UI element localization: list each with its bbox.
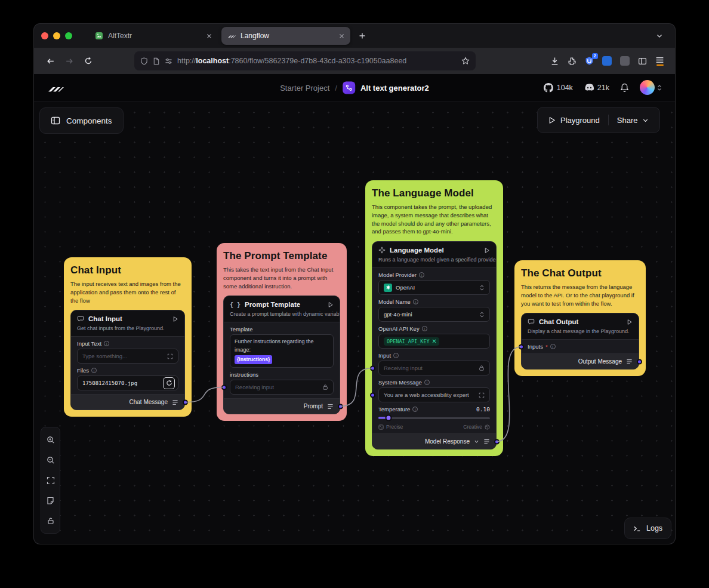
temperature-slider[interactable] [378, 414, 490, 421]
add-note-button[interactable] [42, 491, 58, 510]
model-name-value: gpt-4o-mini [384, 311, 476, 318]
output-message-handle[interactable] [637, 359, 642, 364]
output-type-icon[interactable] [327, 404, 334, 410]
template-textarea[interactable]: Further instructions regarding the image… [230, 334, 334, 368]
close-window-button[interactable] [41, 32, 48, 39]
node-chat-input[interactable]: Chat Input The input receives text and i… [64, 257, 192, 417]
node-language-model[interactable]: The Language Model This component takes … [365, 180, 503, 456]
breadcrumb-project-link[interactable]: Starter Project [280, 83, 329, 92]
window-controls[interactable] [41, 32, 72, 39]
run-component-button[interactable] [328, 301, 334, 308]
model-provider-select[interactable]: OpenAI [378, 280, 490, 295]
close-tab-icon[interactable] [206, 33, 212, 39]
prompt-output-handle[interactable] [338, 404, 343, 409]
instructions-input-handle[interactable] [221, 384, 227, 390]
github-stars[interactable]: 104k [544, 83, 573, 93]
discord-members[interactable]: 21k [584, 84, 609, 92]
browser-toolbar: http://localhost:7860/flow/5862379e-d7b8… [34, 48, 675, 74]
tab-langflow[interactable]: Langflow [221, 27, 350, 45]
card-subtitle: Create a prompt template with dynamic va… [224, 311, 340, 322]
input-text-field[interactable] [77, 349, 178, 364]
run-component-button[interactable] [484, 247, 490, 254]
instructions-field[interactable]: Receiving input [230, 380, 334, 395]
flow-name[interactable]: Alt text generator2 [360, 83, 429, 92]
tab-alttextr[interactable]: AltTextr [89, 27, 218, 45]
extension-gray-icon[interactable] [620, 56, 630, 66]
chevron-down-icon[interactable] [474, 439, 479, 444]
api-key-field[interactable]: OPENAI_API_KEY [378, 334, 490, 349]
inputs-handle[interactable] [519, 344, 524, 349]
output-type-icon[interactable] [483, 439, 490, 445]
api-key-chip[interactable]: OPENAI_API_KEY [384, 337, 439, 346]
input-handle[interactable] [370, 365, 375, 371]
page-info-icon[interactable] [153, 57, 160, 65]
reload-button[interactable] [79, 52, 97, 70]
field-label: OpenAI API Key [378, 325, 420, 332]
share-button[interactable]: Share [609, 107, 658, 133]
sidebar-toggle-icon[interactable] [638, 57, 647, 66]
prompt-template-card: { } Prompt Template Create a prompt temp… [223, 295, 340, 414]
info-icon [424, 380, 430, 385]
permissions-icon[interactable] [165, 57, 172, 65]
node-chat-output[interactable]: The Chat Output This returns the message… [514, 260, 646, 376]
bookmark-star-icon[interactable] [461, 57, 470, 65]
files-field[interactable]: 1750812415070.jpg [77, 375, 178, 390]
output-type-icon[interactable] [626, 359, 633, 365]
input-field[interactable]: Receiving input [378, 361, 490, 375]
git-branch-icon [345, 84, 353, 91]
minimize-window-button[interactable] [53, 32, 60, 39]
input-label-row: Input [378, 352, 490, 359]
notifications-bell-icon[interactable] [620, 83, 629, 93]
system-message-field[interactable]: You are a web accessibility expert [378, 387, 490, 402]
slider-track[interactable] [378, 417, 490, 419]
template-variable-chip[interactable]: {instructions} [235, 355, 272, 364]
new-tab-button[interactable] [354, 27, 371, 44]
flow-canvas[interactable]: Components Playground Share Chat Input T… [34, 101, 675, 544]
card-header-block: Chat Output Display a chat message in th… [522, 313, 639, 340]
card-title: Chat Input [88, 315, 122, 322]
node-prompt-template[interactable]: The Prompt Template This takes the text … [217, 243, 347, 421]
zoom-window-button[interactable] [65, 32, 72, 39]
field-label: Files [77, 367, 89, 374]
model-response-output-handle[interactable] [494, 439, 500, 444]
zoom-in-button[interactable] [42, 430, 58, 449]
model-name-select[interactable]: gpt-4o-mini [378, 307, 490, 322]
components-button[interactable]: Components [39, 107, 124, 134]
file-select-button[interactable] [163, 377, 175, 389]
lock-canvas-button[interactable] [42, 512, 58, 530]
close-tab-icon[interactable] [339, 33, 344, 39]
language-model-card: Language Model Runs a language model giv… [372, 241, 497, 450]
run-component-button[interactable] [627, 319, 633, 325]
forward-button[interactable] [60, 52, 78, 70]
expand-icon[interactable] [167, 353, 173, 359]
system-message-handle[interactable] [370, 392, 375, 398]
langflow-logo-icon[interactable] [47, 82, 64, 94]
browser-extensions-area: 2 [550, 56, 668, 66]
account-menu[interactable] [640, 80, 662, 95]
list-all-tabs-button[interactable] [651, 27, 668, 44]
downloads-icon[interactable] [550, 57, 559, 66]
chat-output-card: Chat Output Display a chat message in th… [521, 313, 639, 370]
app-menu-button[interactable] [655, 57, 664, 66]
playground-button[interactable]: Playground [540, 107, 608, 133]
extension-shield[interactable]: 2 [585, 56, 594, 66]
chip-close-icon[interactable] [432, 339, 436, 343]
extension-g-icon[interactable] [602, 56, 612, 66]
unfold-chevrons-icon [479, 284, 485, 291]
chat-message-output-handle[interactable] [183, 399, 188, 405]
expand-icon[interactable] [479, 392, 485, 398]
input-text-input[interactable] [82, 353, 164, 359]
shield-icon[interactable] [140, 57, 148, 65]
fit-view-button[interactable] [42, 471, 58, 490]
output-type-icon[interactable] [172, 399, 178, 405]
url-bar[interactable]: http://localhost:7860/flow/5862379e-d7b8… [134, 51, 476, 70]
zoom-in-icon [47, 436, 55, 444]
logs-button[interactable]: Logs [624, 518, 671, 539]
field-label: Input [378, 352, 391, 359]
url-text[interactable]: http://localhost:7860/flow/5862379e-d7b8… [177, 57, 457, 65]
extensions-puzzle-icon[interactable] [568, 57, 577, 66]
zoom-out-button[interactable] [42, 451, 58, 469]
back-button[interactable] [41, 52, 59, 70]
run-component-button[interactable] [172, 316, 178, 322]
slider-thumb[interactable] [385, 415, 392, 421]
